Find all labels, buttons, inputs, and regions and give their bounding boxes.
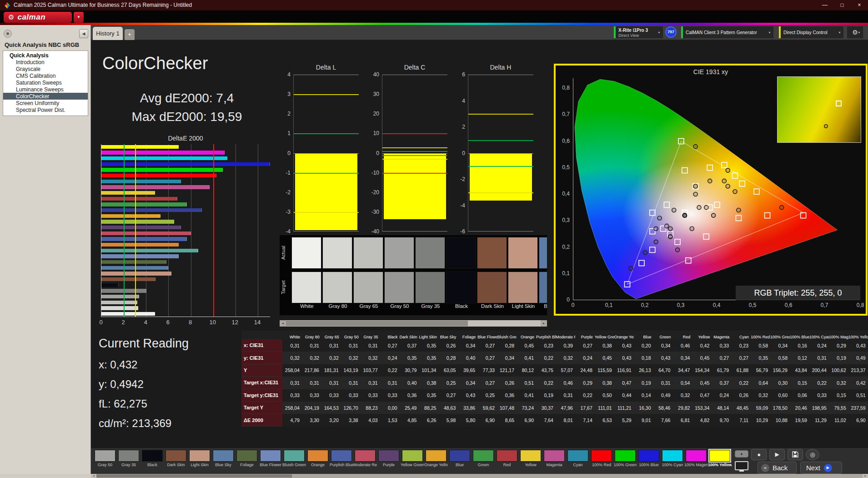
add-tab-button[interactable]: + [125, 29, 135, 40]
palette-item-purple[interactable]: Purple [377, 450, 401, 467]
horizontal-scrollbar-thumb[interactable] [96, 474, 292, 478]
sidebar-item-saturation-sweeps[interactable]: Saturation Sweeps [3, 79, 88, 86]
palette-item-100-cyan[interactable]: 100% Cyan [661, 450, 684, 467]
palette-item-foliage[interactable]: Foliage [235, 450, 259, 467]
sidebar-item-cms-calibration[interactable]: CMS Calibration [3, 72, 88, 79]
sidebar-collapse-button[interactable]: ◀ [79, 29, 88, 38]
deltae-bar-100-green [101, 168, 223, 172]
record-button[interactable]: ◎ [806, 449, 819, 460]
delta-h-chart: Delta H 6420-2-4-6 [453, 64, 533, 236]
scroll-right-icon[interactable]: ▸ [541, 320, 547, 327]
pattern-generator-dropdown[interactable]: CalMAN Client 3 Pattern Generator ▼ [681, 26, 774, 39]
palette-item-red[interactable]: Red [495, 450, 519, 467]
deltae-bar-gray-80 [101, 306, 138, 310]
logo-gear-icon: ⚙ [8, 13, 14, 21]
palette-item-moderate-red[interactable]: Moderate Red [353, 450, 377, 467]
deltae-bar-foliage [101, 260, 166, 264]
palette-item-magenta[interactable]: Magenta [542, 450, 566, 467]
maximize-button[interactable]: □ [833, 0, 851, 10]
palette-item-blue-sky[interactable]: Blue Sky [211, 450, 235, 467]
scroll-left-icon[interactable]: ◂ [91, 474, 96, 478]
sidebar-item-screen-uniformity[interactable]: Screen Uniformity [3, 100, 88, 106]
table-row: Target y:CIE310,330,330,330,330,330,330,… [241, 389, 868, 402]
calman-logo-button[interactable]: ⚙ calman [4, 12, 72, 23]
pattern-generator-name: CalMAN Client 3 Pattern Generator [686, 26, 766, 38]
minimize-button[interactable]: — [816, 0, 833, 10]
cie-1931-panel: CIE 1931 xy 00,10,20,30,40,50,60,70,8 [554, 64, 868, 316]
main-menu-dropdown[interactable]: ▼ [74, 12, 84, 23]
tree-item-root[interactable]: Quick Analysis [3, 52, 88, 59]
scroll-right-icon[interactable]: ▸ [863, 474, 868, 478]
delta-h-title: Delta H [468, 64, 533, 71]
palette-item-orange-yellow[interactable]: Orange Yellow [424, 450, 448, 467]
palette-item-dark-skin[interactable]: Dark Skin [164, 450, 188, 467]
meter-dropdown[interactable]: X-Rite i1Pro 3 Direct View ▼ [613, 26, 663, 39]
swatch-target-dark-skin [477, 272, 507, 303]
deltae-bar-purplish-blue [101, 237, 187, 241]
save-button[interactable] [788, 449, 803, 460]
palette-item-cyan[interactable]: Cyan [566, 450, 590, 467]
swatch-actual-light-skin [508, 237, 538, 269]
palette-item-100-green[interactable]: 100% Green [613, 450, 637, 467]
swatch-target-gray-65 [353, 272, 383, 303]
palette-item-orange[interactable]: Orange [306, 450, 330, 467]
sidebar-item-colorchecker[interactable]: ColorChecker [3, 93, 88, 100]
deltae-chart-title: DeltaE 2000 [101, 135, 270, 142]
app-icon [4, 2, 10, 9]
scroll-left-icon[interactable]: ◂ [280, 320, 286, 327]
palette-item-bluish-green[interactable]: Bluish Green [282, 450, 306, 467]
stop-button[interactable]: ■ [751, 449, 767, 460]
tab-strip: History 1 + X-Rite i1Pro 3 Direct View ▼… [91, 25, 868, 40]
deltae-bar-cyan [101, 180, 181, 184]
sidebar-item-spectral-power-dist[interactable]: Spectral Power Dist. [3, 106, 88, 113]
monitor-icon [735, 461, 748, 470]
back-button[interactable]: « Back [758, 462, 797, 474]
cie-x-axis-labels: 00,10,20,30,40,50,60,70,8 [573, 302, 868, 309]
settings-button[interactable]: ⚙ ▼ [847, 26, 863, 39]
palette-item-light-skin[interactable]: Light Skin [188, 450, 211, 467]
sidebar-item-grayscale[interactable]: Grayscale [3, 65, 88, 72]
horizontal-scrollbar[interactable]: ◂ ▸ [91, 474, 868, 478]
panel-expand-button[interactable]: ▲ [735, 450, 748, 458]
palette-item-100-yellow[interactable]: 100% Yellow [708, 450, 732, 467]
deltae-bar-gray-65 [101, 301, 137, 305]
sidebar-item-introduction[interactable]: Introduction [3, 59, 88, 65]
table-row: y: CIE310,320,320,320,320,320,240,350,35… [241, 352, 868, 364]
sidebar-item-luminance-sweeps[interactable]: Luminance Sweeps [3, 86, 88, 93]
palette-item-blue[interactable]: Blue [448, 450, 472, 467]
table-body: x: CIE310,310,310,310,310,310,270,370,35… [241, 339, 868, 427]
palette-item-gray-35[interactable]: Gray 35 [117, 450, 140, 467]
close-button[interactable]: × [851, 0, 868, 10]
meter-count-badge[interactable]: 707 [665, 26, 677, 38]
sidebar-tree: Quick AnalysisIntroductionGrayscaleCMS C… [3, 50, 88, 116]
swatch-scrollbar-thumb[interactable] [286, 321, 468, 326]
palette-item-100-red[interactable]: 100% Red [590, 450, 613, 467]
deltae-bar-magenta [101, 185, 210, 189]
palette-item-green[interactable]: Green [472, 450, 495, 467]
swatch-actual-blue-sky [539, 237, 547, 269]
table-row: ΔE 20004,793,303,203,384,031,534,856,265… [241, 414, 868, 426]
swatch-scrollbar[interactable]: ◂ ▸ [280, 320, 547, 327]
tab-history-1[interactable]: History 1 [93, 27, 123, 40]
palette-item-black[interactable]: Black [140, 450, 164, 467]
swatch-target-gray-80 [322, 272, 352, 303]
palette-item-yellow[interactable]: Yellow [519, 450, 542, 467]
next-button[interactable]: Next ▶ [800, 462, 842, 474]
delta-l-plot [293, 75, 359, 231]
back-label: Back [773, 464, 788, 472]
palette-item-100-blue[interactable]: 100% Blue [637, 450, 661, 467]
display-control-dropdown[interactable]: Direct Display Control ▼ [778, 26, 844, 39]
deltae-bar-blue-flower [101, 254, 179, 258]
palette-item-gray-50[interactable]: Gray 50 [93, 450, 117, 467]
play-button[interactable]: ▶ [769, 449, 785, 460]
sidebar-pin-button[interactable] [4, 30, 12, 38]
palette-item-yellow-green[interactable]: Yellow Green [401, 450, 424, 467]
deltae-bar-yellow-green [101, 220, 174, 224]
deltae-bar-black [101, 283, 119, 287]
palette-item-purplish-blue[interactable]: Purplish Blue [330, 450, 353, 467]
palette-item-100-magenta[interactable]: 100% Magenta [684, 450, 708, 467]
swatch-actual-gray-35 [415, 237, 445, 269]
swatch-panel: Actual Target WhiteGray 80Gray 65Gray 50… [280, 235, 547, 315]
palette-item-blue-flower[interactable]: Blue Flower [259, 450, 282, 467]
titlebar: Calman 2025 Calman Ultimate for Business… [0, 0, 868, 10]
